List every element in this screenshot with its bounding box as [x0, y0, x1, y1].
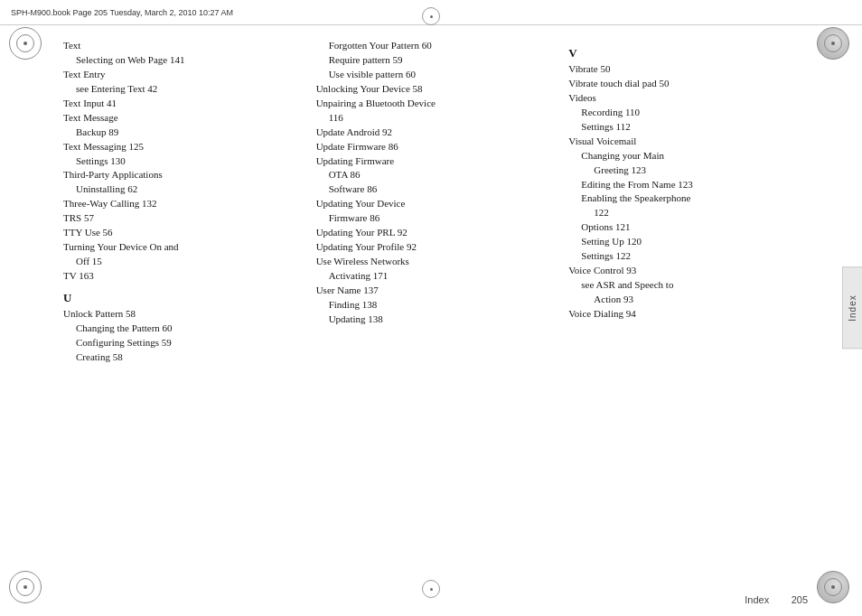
entry-2-12: Options 121 — [568, 220, 808, 235]
entry-0-4: Text Input 41 — [63, 97, 303, 111]
footer-label: Index — [745, 594, 769, 605]
entry-1-4: Unpairing a Bluetooth Device — [316, 97, 556, 111]
entry-1-14: Updating Your Profile 92 — [316, 240, 556, 255]
entry-0-1: Selecting on Web Page 141 — [63, 53, 303, 68]
entry-1-15: Use Wireless Networks — [316, 255, 556, 269]
entry-0-8: Settings 130 — [63, 154, 303, 169]
column-3: VVibrate 50Vibrate touch dial pad 50Vide… — [568, 39, 808, 574]
entry-0-0: Text — [63, 39, 303, 53]
entry-1-12: Firmware 86 — [316, 211, 556, 226]
side-tab-label: Index — [848, 294, 857, 321]
entry-1-5: 116 — [316, 111, 556, 126]
entry-2-3: Videos — [568, 91, 808, 106]
entry-1-19: Updating 138 — [316, 313, 556, 327]
entry-2-15: Voice Control 93 — [568, 264, 808, 278]
entry-1-7: Update Firmware 86 — [316, 140, 556, 154]
entry-1-6: Update Android 92 — [316, 126, 556, 140]
entry-1-2: Use visible pattern 60 — [316, 68, 556, 82]
entry-2-6: Visual Voicemail — [568, 135, 808, 149]
entry-2-0: V — [568, 46, 808, 61]
entry-0-11: Three-Way Calling 132 — [63, 197, 303, 211]
entry-2-8: Greeting 123 — [568, 163, 808, 178]
entry-1-9: OTA 86 — [316, 168, 556, 182]
entry-1-1: Require pattern 59 — [316, 53, 556, 68]
entry-0-20: Configuring Settings 59 — [63, 336, 303, 350]
entry-1-10: Software 86 — [316, 182, 556, 197]
entry-2-7: Changing your Main — [568, 149, 808, 163]
entry-1-8: Updating Firmware — [316, 154, 556, 169]
entry-1-3: Unlocking Your Device 58 — [316, 82, 556, 97]
entry-1-13: Updating Your PRL 92 — [316, 226, 556, 240]
entry-2-2: Vibrate touch dial pad 50 — [568, 77, 808, 91]
bottom-center-mark — [422, 580, 440, 598]
entry-2-10: Enabling the Speakerphone — [568, 191, 808, 206]
corner-decoration-tr — [817, 27, 853, 63]
columns-container: TextSelecting on Web Page 141Text Entrys… — [63, 39, 808, 574]
entry-0-7: Text Messaging 125 — [63, 140, 303, 154]
entry-0-2: Text Entry — [63, 68, 303, 82]
entry-2-1: Vibrate 50 — [568, 62, 808, 77]
column-1: TextSelecting on Web Page 141Text Entrys… — [63, 39, 316, 574]
entry-0-12: TRS 57 — [63, 211, 303, 226]
entry-2-9: Editing the From Name 123 — [568, 178, 808, 192]
header-text: SPH-M900.book Page 205 Tuesday, March 2,… — [11, 8, 233, 17]
entry-1-18: Finding 138 — [316, 298, 556, 313]
entry-2-11: 122 — [568, 206, 808, 220]
corner-decoration-tl — [9, 27, 45, 63]
entry-0-9: Third-Party Applications — [63, 168, 303, 182]
entry-0-15: Off 15 — [63, 255, 303, 269]
entry-2-5: Settings 112 — [568, 120, 808, 135]
entry-0-6: Backup 89 — [63, 126, 303, 140]
entry-0-3: see Entering Text 42 — [63, 82, 303, 97]
page: SPH-M900.book Page 205 Tuesday, March 2,… — [0, 0, 862, 616]
entry-2-18: Voice Dialing 94 — [568, 307, 808, 322]
entry-0-19: Changing the Pattern 60 — [63, 322, 303, 336]
entry-0-13: TTY Use 56 — [63, 226, 303, 240]
entry-2-4: Recording 110 — [568, 106, 808, 120]
entry-1-11: Updating Your Device — [316, 197, 556, 211]
entry-0-16: TV 163 — [63, 269, 303, 284]
entry-2-13: Setting Up 120 — [568, 235, 808, 249]
entry-2-14: Settings 122 — [568, 249, 808, 264]
top-center-mark — [422, 7, 440, 25]
entry-2-17: Action 93 — [568, 293, 808, 307]
entry-2-16: see ASR and Speech to — [568, 278, 808, 293]
entry-1-16: Activating 171 — [316, 269, 556, 284]
entry-0-10: Uninstalling 62 — [63, 182, 303, 197]
footer-text: Index 205 — [745, 594, 808, 605]
entry-0-21: Creating 58 — [63, 350, 303, 365]
footer-page: 205 — [792, 594, 808, 605]
entry-0-18: Unlock Pattern 58 — [63, 307, 303, 322]
entry-1-17: User Name 137 — [316, 284, 556, 298]
entry-0-5: Text Message — [63, 111, 303, 126]
entry-1-0: Forgotten Your Pattern 60 — [316, 39, 556, 53]
column-2: Forgotten Your Pattern 60Require pattern… — [316, 39, 569, 574]
main-content: TextSelecting on Web Page 141Text Entrys… — [0, 30, 862, 583]
side-tab: Index — [842, 266, 862, 349]
entry-0-14: Turning Your Device On and — [63, 240, 303, 255]
entry-0-17: U — [63, 291, 303, 305]
